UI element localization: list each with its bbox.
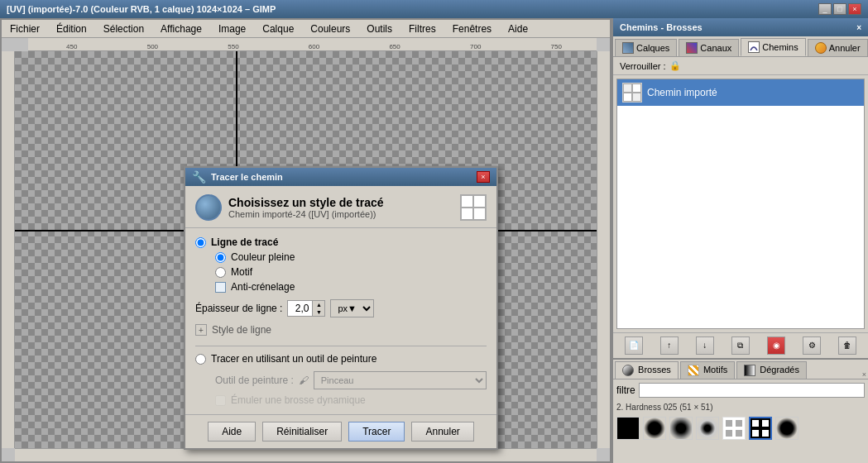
menu-bar: Fichier Édition Sélection Affichage Imag… — [2, 20, 610, 38]
menu-filtres[interactable]: Filtres — [404, 21, 441, 36]
brush-item-soft[interactable] — [696, 417, 719, 440]
paint-tool-row: Outil de peinture : 🖌 Pinceau — [215, 371, 487, 389]
dialog-close-button[interactable]: × — [477, 171, 490, 183]
to-border-button[interactable]: ⚙ — [803, 337, 821, 355]
panel-content: Verrouiller : 🔒 Chemin importé 📄 ↑ — [613, 57, 868, 358]
menu-fichier[interactable]: Fichier — [5, 21, 45, 36]
filter-row: filtre — [613, 379, 868, 401]
minimize-button[interactable]: _ — [818, 3, 832, 15]
lock-icon: 🔒 — [669, 60, 681, 71]
lower-tab-brosses[interactable]: Brosses — [615, 361, 679, 379]
filter-label: filtre — [616, 384, 635, 396]
expand-icon[interactable]: + — [195, 324, 207, 336]
menu-couleurs[interactable]: Couleurs — [305, 21, 355, 36]
radio-couleur-pleine-text: Couleur pleine — [231, 251, 295, 263]
paths-list[interactable]: Chemin importé — [616, 79, 865, 329]
tabs-row: Calques Canaux Chemins Annuler × — [613, 36, 868, 57]
svg-rect-1 — [736, 420, 742, 427]
radio-couleur-pleine[interactable] — [215, 252, 226, 263]
path-thumbnail — [622, 83, 642, 103]
brush-item-white[interactable] — [722, 417, 746, 440]
tab-annuler[interactable]: Annuler — [808, 39, 868, 56]
svg-rect-7 — [762, 430, 769, 437]
spin-up-button[interactable]: ▲ — [313, 301, 324, 308]
svg-rect-4 — [752, 420, 759, 427]
close-button[interactable]: × — [848, 3, 861, 15]
brush-item-selected[interactable] — [749, 417, 772, 440]
menu-selection[interactable]: Sélection — [98, 21, 149, 36]
tab-canaux-label: Canaux — [700, 43, 731, 53]
delete-path-button[interactable]: 🗑 — [838, 337, 856, 355]
svg-rect-6 — [752, 430, 759, 437]
emulate-label: Émuler une brosse dynamique — [215, 394, 366, 406]
radio-motif[interactable] — [215, 267, 226, 278]
radio-motif-label[interactable]: Motif — [215, 266, 487, 278]
app-title: [UV] (importée)-7.0 (Couleur RVB, 1 calq… — [7, 4, 276, 14]
brush-item-medium[interactable] — [669, 417, 693, 440]
line-thickness-spinbox[interactable]: 2,0 ▲ ▼ — [287, 300, 325, 317]
spin-down-button[interactable]: ▼ — [313, 308, 324, 316]
unit-select[interactable]: px▼ — [330, 299, 374, 317]
dialog-header-text: Choisissez un style de tracé Chemin impo… — [228, 196, 453, 219]
dialog-header-thumbnail — [460, 194, 487, 221]
panel-buttons-row: 📄 ↑ ↓ ⧉ ◉ ⚙ 🗑 — [613, 332, 868, 358]
right-panel: Chemins - Brosses × Calques Canaux Chemi… — [611, 18, 868, 463]
radio-ligne-trace[interactable] — [195, 237, 206, 248]
menu-image[interactable]: Image — [213, 21, 251, 36]
paint-tool-select[interactable]: Pinceau — [314, 371, 487, 389]
lower-tab-brosses-label: Brosses — [638, 365, 671, 375]
style-line-row[interactable]: + Style de ligne — [195, 324, 487, 336]
app-title-bar: [UV] (importée)-7.0 (Couleur RVB, 1 calq… — [0, 0, 868, 18]
menu-affichage[interactable]: Affichage — [156, 21, 207, 36]
brush-item-black[interactable] — [616, 417, 640, 440]
brush-item-dark[interactable] — [643, 417, 666, 440]
right-panel-title-text: Chemins - Brosses — [620, 22, 703, 32]
scrollbar-horizontal[interactable] — [15, 448, 597, 461]
brushes-grid — [613, 413, 868, 463]
window-controls: _ □ × — [818, 3, 861, 15]
aide-button[interactable]: Aide — [208, 422, 256, 442]
filter-input[interactable] — [639, 383, 865, 398]
menu-outils[interactable]: Outils — [362, 21, 397, 36]
lower-tab-motifs[interactable]: Motifs — [680, 361, 735, 379]
radio-paint-tool[interactable] — [195, 354, 206, 365]
emulate-checkbox — [215, 395, 226, 406]
menu-calque[interactable]: Calque — [257, 21, 299, 36]
canvas-area: 450 500 550 600 650 700 750 — [2, 38, 610, 461]
menu-edition[interactable]: Édition — [51, 21, 92, 36]
new-path-button[interactable]: 📄 — [625, 337, 643, 355]
lower-path-button[interactable]: ↓ — [696, 337, 714, 355]
tab-chemins[interactable]: Chemins — [741, 38, 805, 56]
menu-fenetres[interactable]: Fenêtres — [448, 21, 496, 36]
dialog-header-icon — [195, 194, 222, 221]
right-panel-close-button[interactable]: × — [856, 23, 861, 32]
maximize-button[interactable]: □ — [833, 3, 846, 15]
tab-calques[interactable]: Calques — [615, 39, 677, 56]
line-thickness-value: 2,0 — [288, 301, 313, 316]
lower-tab-degrades[interactable]: Dégradés — [736, 361, 807, 379]
raise-path-button[interactable]: ↑ — [660, 337, 679, 355]
radio-ligne-trace-label[interactable]: Ligne de tracé — [195, 236, 487, 248]
verrouiller-label: Verrouiller : — [620, 61, 666, 71]
tab-annuler-label: Annuler — [829, 43, 861, 53]
verrouiller-row: Verrouiller : 🔒 — [613, 57, 868, 75]
to-selection-button[interactable]: ◉ — [767, 337, 785, 355]
path-item[interactable]: Chemin importé — [617, 79, 864, 106]
scrollbar-vertical[interactable] — [597, 51, 610, 448]
checkbox-anti-crenelage[interactable] — [215, 282, 226, 293]
lower-tabs: Brosses Motifs Dégradés × — [613, 360, 868, 379]
gimp-main-window: Fichier Édition Sélection Affichage Imag… — [0, 18, 611, 463]
brush-item-circle[interactable] — [775, 417, 798, 440]
radio-couleur-pleine-label[interactable]: Couleur pleine — [215, 251, 487, 263]
reinitialiser-button[interactable]: Réinitialiser — [262, 422, 342, 442]
lower-tabs-close-button[interactable]: × — [862, 370, 866, 379]
tracer-button[interactable]: Tracer — [348, 422, 405, 442]
checkbox-anti-crenelage-label[interactable]: Anti-crénelage — [215, 281, 487, 293]
duplicate-path-button[interactable]: ⧉ — [731, 337, 750, 355]
menu-aide[interactable]: Aide — [503, 21, 533, 36]
svg-rect-2 — [726, 430, 732, 437]
tab-canaux[interactable]: Canaux — [679, 39, 739, 56]
section2-radio: Tracer en utilisant un outil de peinture — [195, 353, 487, 365]
annuler-button[interactable]: Annuler — [411, 422, 473, 442]
svg-rect-3 — [736, 430, 742, 437]
